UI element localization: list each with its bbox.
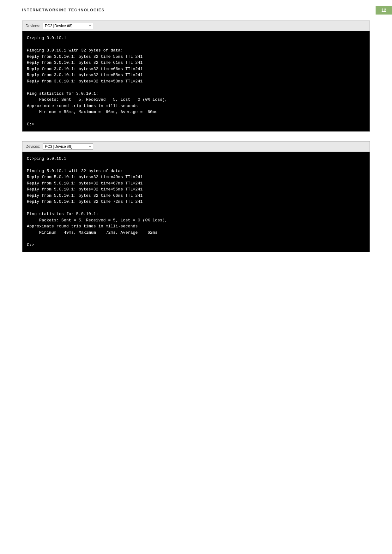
terminal-1-device-select[interactable]: PC2 [Device #8]: [43, 23, 93, 29]
terminal-2: Devices: PC3 [Device #9] C:>ping 5.0.10.…: [22, 141, 370, 252]
terminal-1-device-select-wrapper[interactable]: PC2 [Device #8]: [43, 23, 93, 29]
terminal-1-screen: C:>ping 3.0.10.1 Pinging 3.0.10.1 with 3…: [22, 31, 370, 131]
page-header: INTERNETWORKING TECHNOLOGIES: [22, 8, 105, 12]
page-number: 12: [376, 6, 392, 15]
terminal-2-screen: C:>ping 5.0.10.1 Pinging 5.0.10.1 with 3…: [22, 152, 370, 252]
terminal-2-device-select-wrapper[interactable]: PC3 [Device #9]: [43, 143, 93, 150]
terminal-2-device-select[interactable]: PC3 [Device #9]: [43, 143, 93, 150]
terminal-1-toolbar: Devices: PC2 [Device #8]: [22, 21, 370, 31]
content-area: Devices: PC2 [Device #8] C:>ping 3.0.10.…: [22, 21, 370, 262]
terminal-2-devices-label: Devices:: [26, 144, 40, 149]
terminal-1: Devices: PC2 [Device #8] C:>ping 3.0.10.…: [22, 21, 370, 132]
terminal-2-toolbar: Devices: PC3 [Device #9]: [22, 142, 370, 152]
terminal-1-devices-label: Devices:: [26, 24, 40, 28]
